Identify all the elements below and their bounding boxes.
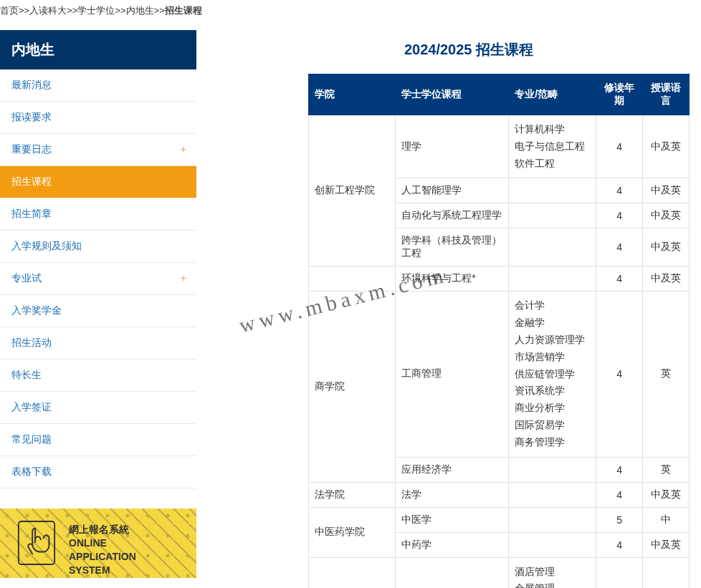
- cell-program: 自动化与系统工程理学: [396, 203, 509, 228]
- expand-icon[interactable]: +: [181, 143, 186, 155]
- sidebar-item[interactable]: 常见问题: [0, 424, 196, 456]
- sidebar-item-link[interactable]: 特长生: [0, 360, 196, 391]
- expand-icon[interactable]: +: [181, 272, 186, 284]
- sidebar-item[interactable]: 招生课程: [0, 166, 196, 198]
- sidebar-item-link[interactable]: 报读要求: [0, 102, 196, 133]
- table-row: 环境科学与工程*4中及英: [309, 266, 690, 291]
- sidebar-item[interactable]: 专业试+: [0, 263, 196, 295]
- cell-lang: 中及英: [643, 115, 690, 178]
- sidebar-title: 内地生: [0, 30, 196, 69]
- sidebar-item[interactable]: 入学规则及须知: [0, 231, 196, 263]
- th-years: 修读年期: [596, 74, 643, 115]
- crumb-sep: >>: [154, 5, 165, 16]
- cell-years: 4: [596, 178, 643, 203]
- major-line: 金融学: [515, 314, 590, 332]
- banner-line2: ONLINE: [69, 536, 136, 550]
- cell-faculty: 中医药学院: [309, 507, 396, 557]
- cell-years: 5: [596, 507, 643, 532]
- online-application-banner[interactable]: 網上報名系統 ONLINE APPLICATION SYSTEM: [0, 509, 196, 578]
- cell-major: [509, 228, 596, 266]
- cell-major: [509, 203, 596, 228]
- table-row: 中医药学院中医学5中: [309, 507, 690, 532]
- cell-program: 国际旅游管理**: [396, 557, 509, 588]
- table-row: 法学院法学4中及英: [309, 482, 690, 507]
- major-line: 商业分析学: [515, 400, 590, 417]
- table-row: 创新工程学院理学计算机科学电子与信息工程软件工程4中及英: [309, 115, 690, 178]
- sidebar-item[interactable]: 特长生: [0, 360, 196, 392]
- sidebar-item[interactable]: 招生简章: [0, 198, 196, 231]
- sidebar-item-link[interactable]: 重要日志: [0, 134, 196, 165]
- cell-years: 4: [596, 557, 643, 588]
- breadcrumb: 首页>>入读科大>>学士学位>>内地生>>招生课程: [0, 0, 701, 30]
- banner-line3: APPLICATION: [69, 550, 136, 564]
- banner-text: 網上報名系統 ONLINE APPLICATION SYSTEM: [69, 523, 136, 577]
- cell-major: [509, 178, 596, 203]
- table-row: 酒店与旅游管理学院国际旅游管理**酒店管理会展管理博彩业管理文化旅游管理智慧旅游…: [309, 557, 690, 588]
- sidebar-item-link[interactable]: 招生活动: [0, 327, 196, 359]
- sidebar-item[interactable]: 最新消息: [0, 69, 196, 102]
- cell-faculty: 法学院: [309, 482, 396, 507]
- sidebar-item-link[interactable]: 最新消息: [0, 69, 196, 101]
- cell-program: 应用经济学: [396, 457, 509, 482]
- cell-lang: 中及英: [643, 203, 690, 228]
- th-major: 专业/范畴: [509, 74, 596, 115]
- sidebar-item[interactable]: 入学签证: [0, 392, 196, 424]
- sidebar-item[interactable]: 入学奖学金: [0, 295, 196, 327]
- major-line: 电子与信息工程: [515, 138, 590, 155]
- pointer-hand-icon: [16, 519, 57, 567]
- cell-lang: 英: [643, 457, 690, 482]
- cell-faculty: 创新工程学院: [309, 115, 396, 266]
- major-line: 国际贸易学: [515, 417, 590, 434]
- cell-program: 环境科学与工程*: [396, 266, 509, 291]
- cell-program: 人工智能理学: [396, 178, 509, 203]
- major-line: 商务管理学: [515, 434, 590, 451]
- cell-program: 中医学: [396, 507, 509, 532]
- banner-line1: 網上報名系統: [69, 523, 136, 536]
- page-title: 2024/2025 招生课程: [237, 30, 701, 74]
- cell-years: 4: [596, 532, 643, 557]
- crumb-sep: >>: [115, 5, 125, 16]
- sidebar-menu: 最新消息报读要求重要日志+招生课程招生简章入学规则及须知专业试+入学奖学金招生活…: [0, 69, 196, 488]
- sidebar-item[interactable]: 报读要求: [0, 102, 196, 134]
- crumb-mainland[interactable]: 内地生: [126, 5, 154, 16]
- cell-major: [509, 482, 596, 507]
- crumb-admission[interactable]: 入读科大: [29, 5, 67, 16]
- major-line: 会展管理: [515, 580, 590, 588]
- table-header-row: 学院 学士学位课程 专业/范畴 修读年期 授课语言: [309, 74, 690, 115]
- crumb-home[interactable]: 首页: [0, 5, 19, 16]
- cell-program: 法学: [396, 482, 509, 507]
- cell-faculty: 酒店与旅游管理学院: [309, 557, 396, 588]
- cell-program: 跨学科（科技及管理）工程: [396, 228, 509, 266]
- th-faculty: 学院: [309, 74, 396, 115]
- cell-major: [509, 532, 596, 557]
- major-line: 计算机科学: [515, 121, 590, 138]
- sidebar-item-link[interactable]: 专业试: [0, 263, 196, 294]
- sidebar-item-link[interactable]: 入学签证: [0, 392, 196, 423]
- major-line: 市场营销学: [515, 349, 590, 366]
- sidebar-item-link[interactable]: 招生课程: [0, 166, 196, 198]
- crumb-current: 招生课程: [165, 5, 202, 16]
- sidebar-item[interactable]: 招生活动: [0, 327, 196, 360]
- programs-table: 学院 学士学位课程 专业/范畴 修读年期 授课语言 创新工程学院理学计算机科学电…: [308, 74, 690, 588]
- table-row: 商学院工商管理会计学金融学人力资源管理学市场营销学供应链管理学资讯系统学商业分析…: [309, 291, 690, 457]
- cell-faculty-blank: [309, 266, 396, 291]
- major-line: 会计学: [515, 297, 590, 314]
- cell-years: 4: [596, 266, 643, 291]
- crumb-bachelor[interactable]: 学士学位: [77, 5, 115, 16]
- cell-major: [509, 457, 596, 482]
- cell-years: 4: [596, 115, 643, 178]
- sidebar-item-link[interactable]: 入学规则及须知: [0, 231, 196, 262]
- sidebar-item-link[interactable]: 入学奖学金: [0, 295, 196, 327]
- cell-years: 4: [596, 291, 643, 457]
- sidebar-item[interactable]: 表格下载: [0, 456, 196, 488]
- sidebar-item-link[interactable]: 常见问题: [0, 424, 196, 456]
- th-program: 学士学位课程: [396, 74, 509, 115]
- sidebar-item-link[interactable]: 表格下载: [0, 456, 196, 488]
- cell-lang: 中及英: [643, 266, 690, 291]
- cell-lang: 中及英: [643, 178, 690, 203]
- cell-major: 酒店管理会展管理博彩业管理文化旅游管理智慧旅游管理服务质素和零售管理: [509, 557, 596, 588]
- cell-program: 理学: [396, 115, 509, 178]
- sidebar-item-link[interactable]: 招生简章: [0, 198, 196, 230]
- major-line: 供应链管理学: [515, 366, 590, 383]
- sidebar-item[interactable]: 重要日志+: [0, 134, 196, 166]
